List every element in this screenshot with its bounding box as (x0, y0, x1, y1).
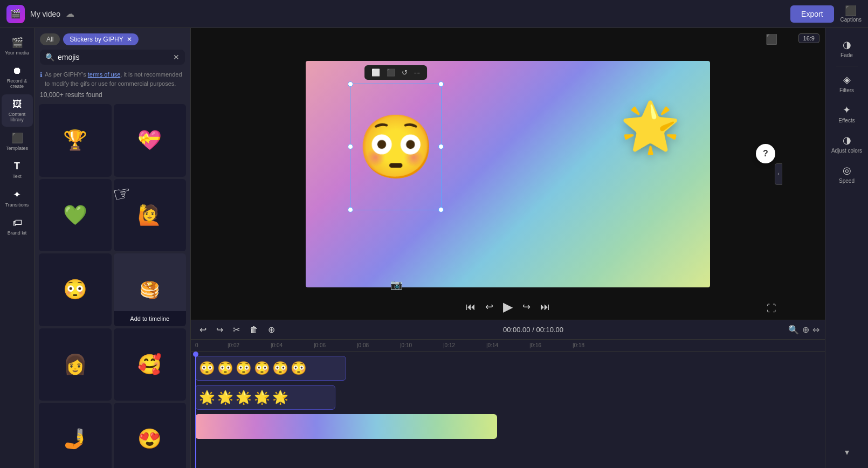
effects-label: Effects (838, 118, 855, 123)
brand-icon: 🏷 (12, 217, 22, 229)
sticker-grid: 🏆 💝 💚 🙋 😳 🥞 Add to timeline 👩 🥰 🤳 😍 (35, 102, 190, 468)
filter-tab-giphy[interactable]: Stickers by GIPHY ✕ (63, 33, 138, 45)
list-item[interactable]: 🙋 (114, 179, 187, 252)
sidebar-item-brand[interactable]: 🏷 Brand kit (2, 213, 33, 240)
terms-link[interactable]: terms of use (88, 71, 121, 78)
delete-button[interactable]: 🗑 (246, 324, 261, 336)
search-input[interactable] (58, 53, 170, 61)
rewind-5-button[interactable]: ↩ (485, 301, 493, 313)
effects-button[interactable]: ✦ Effects (828, 100, 866, 128)
sidebar-item-record[interactable]: ⏺ Record & create (2, 61, 33, 93)
more-right-panel-button[interactable]: ▾ (828, 443, 866, 462)
transport-controls: ⏮ ↩ ▶ ↪ ⏭ (466, 299, 550, 314)
selection-container[interactable]: ⬜ ⬛ ↺ ··· (350, 84, 442, 210)
sidebar-label-content: Content library (4, 112, 31, 122)
list-item[interactable]: 🏆 (39, 104, 112, 177)
sidebar-item-your-media[interactable]: 🎬 Your media (2, 32, 33, 60)
sidebar-label-your-media: Your media (5, 50, 29, 56)
sidebar-item-content[interactable]: 🖼 Content library (2, 94, 33, 127)
list-item[interactable]: 👩 (39, 328, 112, 401)
close-filter-icon[interactable]: ✕ (127, 36, 132, 43)
list-item[interactable]: 🥰 (114, 328, 187, 401)
undo-button[interactable]: ↩ (196, 324, 210, 336)
zoom-in-button[interactable]: ⊕ (802, 325, 809, 335)
ruler-mark: |0:08 (357, 342, 400, 348)
ruler-mark: |0:10 (400, 342, 443, 348)
ruler-mark: |0:12 (443, 342, 486, 348)
table-row[interactable] (195, 413, 821, 440)
handle-tl[interactable] (348, 81, 353, 87)
adjust-icon: ◑ (843, 134, 851, 146)
speed-icon: ◎ (843, 164, 851, 176)
list-item[interactable]: 💝 (114, 104, 187, 177)
rotate-tool-button[interactable]: ↺ (399, 67, 410, 78)
filters-label: Filters (839, 87, 854, 93)
export-button[interactable]: Export (790, 5, 833, 23)
more-options-button[interactable]: ··· (411, 67, 423, 78)
forward-5-button[interactable]: ↪ (522, 301, 531, 313)
giphy-notice: ℹ As per GIPHY's terms of use, it is not… (35, 67, 190, 91)
skip-forward-button[interactable]: ⏭ (540, 301, 550, 313)
zoom-out-button[interactable]: 🔍 (788, 325, 799, 335)
fade-icon: ◑ (843, 39, 851, 51)
ruler-mark: |0:18 (573, 342, 616, 348)
right-panel-collapse-button[interactable]: ‹ (775, 163, 782, 185)
list-item[interactable]: 🤳 (39, 403, 112, 468)
clear-search-icon[interactable]: ✕ (173, 53, 180, 61)
star-clip[interactable]: 🌟 🌟 🌟 🌟 🌟 (195, 385, 335, 410)
help-button[interactable]: ? (756, 144, 775, 163)
selection-toolbar: ⬜ ⬛ ↺ ··· (364, 65, 427, 80)
emoji-clip[interactable]: 😳 😳 😳 😳 😳 😳 (195, 356, 346, 381)
captions-panel-icon[interactable]: ⬛ (766, 33, 777, 45)
crop-tool-button[interactable]: ⬜ (369, 67, 383, 78)
filters-button[interactable]: ◈ Filters (828, 70, 866, 98)
sidebar-item-templates[interactable]: ⬛ Templates (2, 128, 33, 155)
captions-button[interactable]: ⬛ Captions (841, 5, 862, 23)
speed-label: Speed (839, 178, 855, 184)
play-button[interactable]: ▶ (503, 299, 513, 314)
fade-button[interactable]: ◑ Fade (828, 35, 866, 63)
record-icon: ⏺ (12, 65, 22, 77)
speed-button[interactable]: ◎ Speed (828, 160, 866, 188)
handle-br[interactable] (438, 207, 444, 212)
video-title[interactable]: My video (30, 10, 60, 18)
sidebar-label-brand: Brand kit (8, 230, 27, 236)
emoji-star-element[interactable]: 🌟 (620, 99, 680, 155)
app-logo: 🎬 (6, 5, 25, 23)
filter-tab-all[interactable]: All (40, 33, 60, 45)
handle-ml[interactable] (348, 144, 353, 149)
list-item[interactable]: 💚 (39, 179, 112, 252)
adjust-colors-button[interactable]: ◑ Adjust colors (828, 130, 866, 158)
sidebar-label-transitions: Transitions (5, 202, 29, 208)
add-clip-button[interactable]: ⊕ (265, 324, 278, 336)
ruler-mark: |0:14 (486, 342, 529, 348)
search-box: 🔍 ✕ (40, 50, 185, 65)
skip-back-button[interactable]: ⏮ (466, 301, 476, 313)
handle-bl[interactable] (348, 207, 353, 212)
table-row[interactable]: 🌟 🌟 🌟 🌟 🌟 (195, 384, 821, 411)
redo-button[interactable]: ↪ (213, 324, 226, 336)
expand-timeline-button[interactable]: ⇔ (812, 325, 819, 335)
background-clip[interactable] (195, 414, 497, 439)
sidebar-label-record: Record & create (4, 78, 31, 89)
handle-mr[interactable] (438, 144, 444, 149)
handle-tr[interactable] (438, 81, 444, 87)
templates-icon: ⬛ (11, 132, 23, 144)
table-row[interactable]: 😳 😳 😳 😳 😳 😳 (195, 355, 821, 382)
filters-icon: ◈ (843, 74, 851, 86)
canvas-area: ⬛ 16:9 🌟 ⬜ ⬛ ↺ ··· (191, 28, 825, 320)
sidebar-item-text[interactable]: T Text (2, 156, 33, 183)
results-count: 10,000+ results found (35, 91, 190, 102)
sidebar-item-transitions[interactable]: ✦ Transitions (2, 184, 33, 212)
fullscreen-button[interactable]: ⛶ (767, 303, 776, 314)
camera-toggle-icon[interactable]: 📷 (390, 279, 402, 291)
video-canvas[interactable]: 🌟 ⬜ ⬛ ↺ ··· (306, 61, 710, 287)
list-item[interactable]: 😳 (39, 253, 112, 326)
cut-button[interactable]: ✂ (230, 324, 243, 336)
add-to-timeline-overlay[interactable]: Add to timeline (114, 311, 187, 326)
search-icon: 🔍 (45, 53, 54, 61)
resize-tool-button[interactable]: ⬛ (384, 67, 398, 78)
timeline-ruler: 0 |0:02 |0:04 |0:06 |0:08 |0:10 |0:12 |0… (191, 340, 825, 352)
list-item[interactable]: 🥞 Add to timeline (114, 253, 187, 326)
list-item[interactable]: 😍 (114, 403, 187, 468)
